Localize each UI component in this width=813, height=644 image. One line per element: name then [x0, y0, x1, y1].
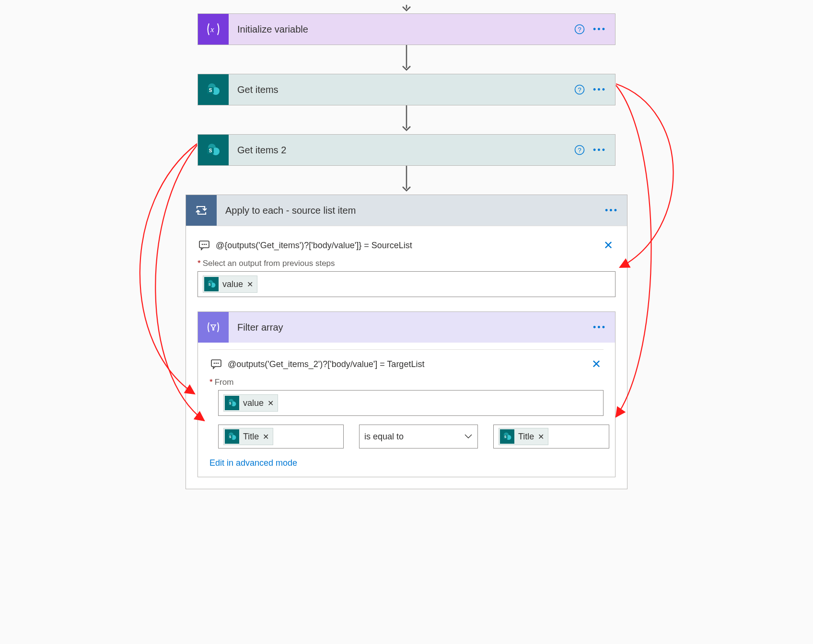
more-menu-icon[interactable]: •••: [603, 202, 620, 219]
svg-text:S: S: [209, 148, 212, 153]
svg-text:x: x: [210, 25, 214, 34]
comment-icon: [209, 359, 223, 369]
comment-icon: [197, 240, 211, 251]
svg-text:S: S: [229, 435, 232, 438]
variable-icon: x: [198, 14, 229, 45]
remove-token-icon[interactable]: ✕: [267, 399, 274, 408]
more-menu-icon[interactable]: •••: [591, 81, 608, 98]
select-output-input[interactable]: S value ✕: [197, 271, 616, 297]
step-get-items-2[interactable]: S Get items 2 ? •••: [197, 134, 616, 166]
arrow-down-icon: [400, 5, 413, 13]
expression-comment: @outputs('Get_items_2')?['body/value'] =…: [209, 357, 604, 371]
condition-operator-select[interactable]: is equal to: [359, 425, 478, 448]
chevron-down-icon: [464, 434, 473, 439]
arrow-down-icon: [400, 166, 413, 195]
sharepoint-icon: S: [204, 277, 219, 291]
help-icon[interactable]: ?: [571, 81, 588, 98]
condition-right-input[interactable]: S Title ✕: [493, 425, 609, 448]
filter-icon: [198, 312, 229, 343]
svg-point-28: [216, 363, 217, 364]
remove-token-icon[interactable]: ✕: [263, 432, 269, 441]
step-title: Get items 2: [229, 145, 571, 156]
svg-point-21: [206, 244, 207, 245]
svg-text:S: S: [504, 435, 507, 438]
arrow-down-icon: [400, 105, 413, 134]
step-filter-array[interactable]: Filter array ••• @outputs('Get_items_2')…: [197, 311, 616, 477]
loop-icon: [186, 195, 217, 226]
step-title: Apply to each - source list item: [217, 205, 603, 216]
step-initialize-variable[interactable]: x Initialize variable ? •••: [197, 13, 616, 45]
from-input[interactable]: S value ✕: [218, 390, 604, 416]
select-output-label: *Select an output from previous steps: [197, 259, 616, 268]
step-title: Get items: [229, 84, 571, 95]
sharepoint-icon: S: [198, 135, 229, 165]
close-icon[interactable]: ✕: [601, 239, 616, 252]
sharepoint-icon: S: [198, 74, 229, 105]
more-menu-icon[interactable]: •••: [591, 319, 608, 336]
svg-point-19: [202, 244, 203, 245]
svg-text:S: S: [209, 283, 211, 286]
sharepoint-icon: S: [225, 429, 239, 444]
svg-text:S: S: [209, 88, 212, 93]
more-menu-icon[interactable]: •••: [591, 21, 608, 38]
svg-text:?: ?: [578, 147, 581, 154]
remove-token-icon[interactable]: ✕: [538, 432, 544, 441]
close-icon[interactable]: ✕: [589, 357, 604, 371]
token-title[interactable]: S Title ✕: [223, 428, 273, 445]
condition-left-input[interactable]: S Title ✕: [218, 425, 344, 448]
expression-comment: @{outputs('Get_items')?['body/value']} =…: [197, 239, 616, 252]
edit-advanced-link[interactable]: Edit in advanced mode: [209, 458, 604, 468]
step-apply-to-each[interactable]: Apply to each - source list item ••• @{o…: [186, 195, 627, 489]
svg-point-20: [204, 244, 205, 245]
token-title[interactable]: S Title ✕: [499, 428, 548, 445]
from-label: *From: [209, 378, 604, 387]
svg-text:S: S: [229, 402, 232, 405]
step-title: Filter array: [229, 322, 591, 333]
token-value[interactable]: S value ✕: [203, 276, 257, 293]
help-icon[interactable]: ?: [571, 21, 588, 38]
token-value[interactable]: S value ✕: [223, 394, 278, 412]
svg-point-27: [214, 363, 215, 364]
svg-text:?: ?: [578, 86, 581, 93]
arrow-down-icon: [400, 45, 413, 74]
more-menu-icon[interactable]: •••: [591, 141, 608, 159]
help-icon[interactable]: ?: [571, 141, 588, 159]
svg-point-29: [218, 363, 219, 364]
sharepoint-icon: S: [500, 429, 514, 444]
step-get-items[interactable]: S Get items ? •••: [197, 74, 616, 105]
sharepoint-icon: S: [225, 396, 239, 410]
remove-token-icon[interactable]: ✕: [247, 280, 253, 289]
svg-text:?: ?: [578, 26, 581, 33]
step-title: Initialize variable: [229, 24, 571, 35]
